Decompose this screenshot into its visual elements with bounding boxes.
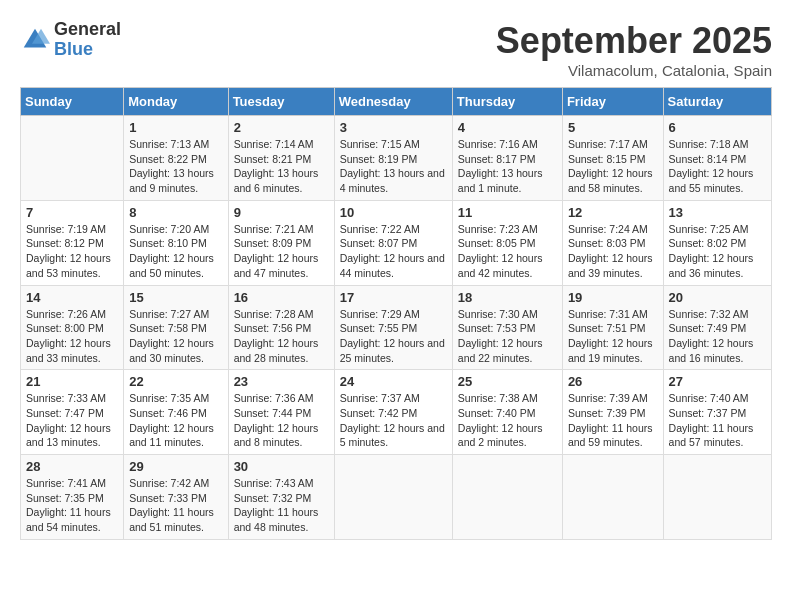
sunset-text: Sunset: 7:40 PM bbox=[458, 407, 536, 419]
sunset-text: Sunset: 7:49 PM bbox=[669, 322, 747, 334]
day-number: 22 bbox=[129, 374, 222, 389]
day-number: 1 bbox=[129, 120, 222, 135]
daylight-text: Daylight: 12 hours and 44 minutes. bbox=[340, 252, 445, 279]
sunset-text: Sunset: 7:44 PM bbox=[234, 407, 312, 419]
daylight-text: Daylight: 12 hours and 58 minutes. bbox=[568, 167, 653, 194]
sunset-text: Sunset: 7:47 PM bbox=[26, 407, 104, 419]
sunrise-text: Sunrise: 7:40 AM bbox=[669, 392, 749, 404]
day-cell: 25 Sunrise: 7:38 AM Sunset: 7:40 PM Dayl… bbox=[452, 370, 562, 455]
day-number: 18 bbox=[458, 290, 557, 305]
daylight-text: Daylight: 12 hours and 55 minutes. bbox=[669, 167, 754, 194]
sunset-text: Sunset: 8:03 PM bbox=[568, 237, 646, 249]
day-cell: 16 Sunrise: 7:28 AM Sunset: 7:56 PM Dayl… bbox=[228, 285, 334, 370]
day-info: Sunrise: 7:30 AM Sunset: 7:53 PM Dayligh… bbox=[458, 307, 557, 366]
day-cell: 9 Sunrise: 7:21 AM Sunset: 8:09 PM Dayli… bbox=[228, 200, 334, 285]
calendar-header: Sunday Monday Tuesday Wednesday Thursday… bbox=[21, 88, 772, 116]
week-row-1: 1 Sunrise: 7:13 AM Sunset: 8:22 PM Dayli… bbox=[21, 116, 772, 201]
day-cell bbox=[452, 455, 562, 540]
day-cell: 11 Sunrise: 7:23 AM Sunset: 8:05 PM Dayl… bbox=[452, 200, 562, 285]
subtitle: Vilamacolum, Catalonia, Spain bbox=[496, 62, 772, 79]
sunrise-text: Sunrise: 7:21 AM bbox=[234, 223, 314, 235]
day-cell: 10 Sunrise: 7:22 AM Sunset: 8:07 PM Dayl… bbox=[334, 200, 452, 285]
sunset-text: Sunset: 8:19 PM bbox=[340, 153, 418, 165]
day-number: 8 bbox=[129, 205, 222, 220]
sunset-text: Sunset: 8:09 PM bbox=[234, 237, 312, 249]
header-row: Sunday Monday Tuesday Wednesday Thursday… bbox=[21, 88, 772, 116]
daylight-text: Daylight: 12 hours and 30 minutes. bbox=[129, 337, 214, 364]
day-info: Sunrise: 7:42 AM Sunset: 7:33 PM Dayligh… bbox=[129, 476, 222, 535]
day-cell: 26 Sunrise: 7:39 AM Sunset: 7:39 PM Dayl… bbox=[562, 370, 663, 455]
day-number: 4 bbox=[458, 120, 557, 135]
sunrise-text: Sunrise: 7:27 AM bbox=[129, 308, 209, 320]
sunset-text: Sunset: 7:53 PM bbox=[458, 322, 536, 334]
day-info: Sunrise: 7:19 AM Sunset: 8:12 PM Dayligh… bbox=[26, 222, 118, 281]
sunrise-text: Sunrise: 7:23 AM bbox=[458, 223, 538, 235]
daylight-text: Daylight: 12 hours and 39 minutes. bbox=[568, 252, 653, 279]
daylight-text: Daylight: 11 hours and 48 minutes. bbox=[234, 506, 319, 533]
sunrise-text: Sunrise: 7:37 AM bbox=[340, 392, 420, 404]
week-row-5: 28 Sunrise: 7:41 AM Sunset: 7:35 PM Dayl… bbox=[21, 455, 772, 540]
day-cell: 2 Sunrise: 7:14 AM Sunset: 8:21 PM Dayli… bbox=[228, 116, 334, 201]
day-cell: 4 Sunrise: 7:16 AM Sunset: 8:17 PM Dayli… bbox=[452, 116, 562, 201]
daylight-text: Daylight: 13 hours and 4 minutes. bbox=[340, 167, 445, 194]
day-cell bbox=[21, 116, 124, 201]
day-number: 13 bbox=[669, 205, 766, 220]
day-number: 15 bbox=[129, 290, 222, 305]
sunrise-text: Sunrise: 7:33 AM bbox=[26, 392, 106, 404]
header-sunday: Sunday bbox=[21, 88, 124, 116]
day-number: 3 bbox=[340, 120, 447, 135]
header-friday: Friday bbox=[562, 88, 663, 116]
daylight-text: Daylight: 11 hours and 51 minutes. bbox=[129, 506, 214, 533]
day-cell: 20 Sunrise: 7:32 AM Sunset: 7:49 PM Dayl… bbox=[663, 285, 771, 370]
sunrise-text: Sunrise: 7:14 AM bbox=[234, 138, 314, 150]
daylight-text: Daylight: 12 hours and 25 minutes. bbox=[340, 337, 445, 364]
day-info: Sunrise: 7:25 AM Sunset: 8:02 PM Dayligh… bbox=[669, 222, 766, 281]
daylight-text: Daylight: 12 hours and 11 minutes. bbox=[129, 422, 214, 449]
sunrise-text: Sunrise: 7:16 AM bbox=[458, 138, 538, 150]
day-info: Sunrise: 7:26 AM Sunset: 8:00 PM Dayligh… bbox=[26, 307, 118, 366]
sunrise-text: Sunrise: 7:28 AM bbox=[234, 308, 314, 320]
sunset-text: Sunset: 7:55 PM bbox=[340, 322, 418, 334]
logo-general: General bbox=[54, 20, 121, 40]
header-thursday: Thursday bbox=[452, 88, 562, 116]
logo-icon bbox=[20, 25, 50, 55]
sunset-text: Sunset: 8:17 PM bbox=[458, 153, 536, 165]
daylight-text: Daylight: 12 hours and 13 minutes. bbox=[26, 422, 111, 449]
day-info: Sunrise: 7:23 AM Sunset: 8:05 PM Dayligh… bbox=[458, 222, 557, 281]
day-cell: 3 Sunrise: 7:15 AM Sunset: 8:19 PM Dayli… bbox=[334, 116, 452, 201]
daylight-text: Daylight: 11 hours and 54 minutes. bbox=[26, 506, 111, 533]
daylight-text: Daylight: 12 hours and 22 minutes. bbox=[458, 337, 543, 364]
day-cell: 13 Sunrise: 7:25 AM Sunset: 8:02 PM Dayl… bbox=[663, 200, 771, 285]
sunrise-text: Sunrise: 7:19 AM bbox=[26, 223, 106, 235]
daylight-text: Daylight: 12 hours and 2 minutes. bbox=[458, 422, 543, 449]
sunrise-text: Sunrise: 7:39 AM bbox=[568, 392, 648, 404]
daylight-text: Daylight: 12 hours and 53 minutes. bbox=[26, 252, 111, 279]
sunset-text: Sunset: 7:32 PM bbox=[234, 492, 312, 504]
daylight-text: Daylight: 13 hours and 1 minute. bbox=[458, 167, 543, 194]
sunset-text: Sunset: 7:39 PM bbox=[568, 407, 646, 419]
day-cell: 24 Sunrise: 7:37 AM Sunset: 7:42 PM Dayl… bbox=[334, 370, 452, 455]
day-info: Sunrise: 7:15 AM Sunset: 8:19 PM Dayligh… bbox=[340, 137, 447, 196]
sunrise-text: Sunrise: 7:15 AM bbox=[340, 138, 420, 150]
day-number: 21 bbox=[26, 374, 118, 389]
calendar-table: Sunday Monday Tuesday Wednesday Thursday… bbox=[20, 87, 772, 540]
week-row-4: 21 Sunrise: 7:33 AM Sunset: 7:47 PM Dayl… bbox=[21, 370, 772, 455]
daylight-text: Daylight: 13 hours and 6 minutes. bbox=[234, 167, 319, 194]
day-info: Sunrise: 7:17 AM Sunset: 8:15 PM Dayligh… bbox=[568, 137, 658, 196]
day-number: 14 bbox=[26, 290, 118, 305]
sunrise-text: Sunrise: 7:35 AM bbox=[129, 392, 209, 404]
day-number: 20 bbox=[669, 290, 766, 305]
daylight-text: Daylight: 12 hours and 50 minutes. bbox=[129, 252, 214, 279]
day-cell: 29 Sunrise: 7:42 AM Sunset: 7:33 PM Dayl… bbox=[124, 455, 228, 540]
day-cell: 14 Sunrise: 7:26 AM Sunset: 8:00 PM Dayl… bbox=[21, 285, 124, 370]
sunrise-text: Sunrise: 7:25 AM bbox=[669, 223, 749, 235]
main-title: September 2025 bbox=[496, 20, 772, 62]
daylight-text: Daylight: 12 hours and 28 minutes. bbox=[234, 337, 319, 364]
day-number: 11 bbox=[458, 205, 557, 220]
day-info: Sunrise: 7:35 AM Sunset: 7:46 PM Dayligh… bbox=[129, 391, 222, 450]
day-info: Sunrise: 7:36 AM Sunset: 7:44 PM Dayligh… bbox=[234, 391, 329, 450]
page-header: General Blue September 2025 Vilamacolum,… bbox=[20, 20, 772, 79]
sunset-text: Sunset: 7:58 PM bbox=[129, 322, 207, 334]
day-info: Sunrise: 7:41 AM Sunset: 7:35 PM Dayligh… bbox=[26, 476, 118, 535]
day-cell: 1 Sunrise: 7:13 AM Sunset: 8:22 PM Dayli… bbox=[124, 116, 228, 201]
